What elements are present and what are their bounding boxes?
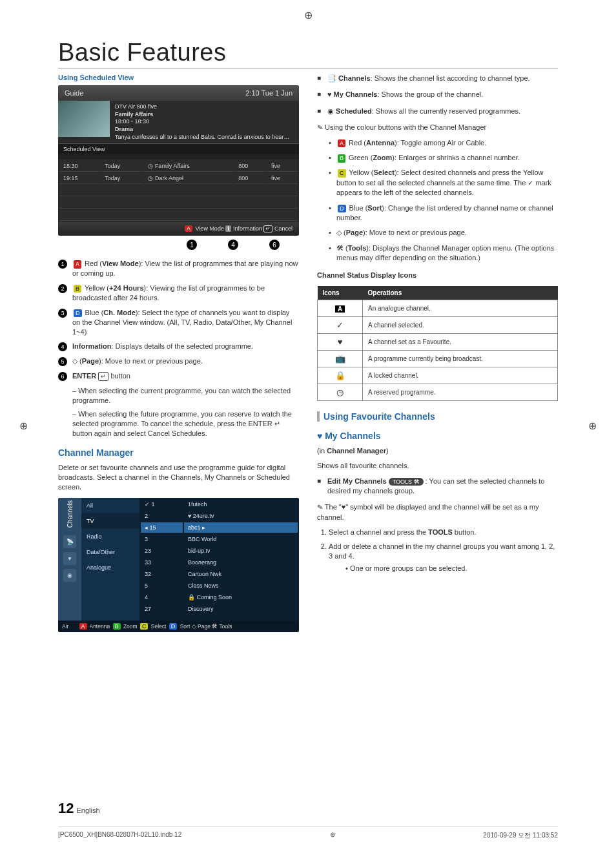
cat-analogue: Analogue [81, 560, 139, 575]
guide-title: Guide [65, 89, 83, 97]
num-item-4: Information: Displays details of the sel… [72, 342, 253, 351]
guide-genre: Drama [115, 126, 133, 132]
page-title: Basic Features [58, 39, 558, 68]
num-item-3: D Blue (Ch. Mode): Select the type of ch… [72, 308, 299, 337]
step-2: Add or delete a channel in the my channe… [329, 542, 558, 574]
heart-icon: ♥ [63, 552, 76, 565]
num-item-5: ◇ (Page): Move to next or previous page. [72, 356, 203, 366]
cb-tools: 🛠 (Tools): Displays the Channel Manager … [329, 243, 558, 263]
sub-item: When selecting the current programme, yo… [72, 386, 299, 406]
footer-timestamp: 2010-09-29 오전 11:03:52 [483, 831, 558, 840]
cat-radio: Radio [81, 529, 139, 544]
page-number: 12English [58, 800, 100, 817]
guide-channel: DTV Air 800 five [115, 103, 289, 111]
channels-desc: 📑 Channels: Shows the channel list accor… [317, 74, 558, 83]
mych-sub2: Shows all favourite channels. [317, 461, 558, 471]
channel-manager-panel: Channels 📡 ♥ ◉ All TV Radio Data/Other A… [58, 498, 299, 632]
cb-red: A Red (Antenna): Toggle among Air or Cab… [329, 138, 558, 148]
footer-reg-icon: ⊕ [330, 831, 335, 840]
cb-yellow: C Yellow (Select): Select desired channe… [329, 168, 558, 198]
scheduled-icon: ◉ [63, 569, 76, 582]
heart-note: ✎ The "♥" symbol will be displayed and t… [317, 502, 558, 522]
favourite-channels-heading: Using Favourite Channels [317, 411, 558, 422]
num-item-6: ENTER ↵ button [72, 371, 130, 381]
colour-buttons-note: ✎ Using the colour buttons with the Chan… [317, 123, 558, 132]
registration-left: ⊕ [19, 420, 28, 432]
schedule-table: 18:30 Today ◷ Family Affairs 800 five 19… [58, 159, 299, 222]
channel-manager-desc: Delete or set favourite channels and use… [58, 463, 299, 493]
num-item-2: B Yellow (+24 Hours): Viewing the list o… [72, 283, 299, 303]
footer-file: [PC6500_XH]BN68-02807H-02L10.indb 12 [58, 831, 181, 840]
schedule-row: 19:15 Today ◷ Dark Angel 800 five [59, 173, 298, 184]
num-item-1: A Red (View Mode): View the list of prog… [72, 259, 299, 278]
guide-time: 18:00 - 18:30 [115, 118, 289, 126]
mychannels-desc: ♥ My Channels: Shows the group of the ch… [317, 90, 558, 99]
callout-4: 4 [228, 240, 238, 250]
edit-my-channels: Edit My Channels TOOLS 🛠 : You can set t… [317, 477, 558, 497]
mych-sub1: (in Channel Manager) [317, 446, 558, 456]
channel-manager-heading: Channel Manager [58, 447, 299, 458]
schedule-row: 18:30 Today ◷ Family Affairs 800 five [59, 161, 298, 172]
step-sub: One or more groups can be selected. [345, 564, 558, 573]
section-scheduled-view: Using Scheduled View [58, 74, 299, 81]
cat-all: All [81, 498, 139, 513]
guide-thumbnail [58, 101, 110, 137]
my-channels-heading: ♥ My Channels [317, 431, 558, 441]
registration-right: ⊕ [588, 420, 597, 432]
guide-clock: 2:10 Tue 1 Jun [245, 89, 293, 97]
cat-tv: TV [81, 513, 139, 529]
chmgr-footer-left: Air [62, 623, 68, 630]
scheduled-view-tab: Scheduled View [58, 143, 299, 154]
guide-programme: Family Affairs [115, 111, 153, 118]
callout-1: 1 [187, 240, 197, 250]
status-table: IconsOperations AAn analogue channel. ✓A… [317, 286, 558, 401]
cb-page: ◇ (Page): Move to next or previous page. [329, 228, 558, 238]
callout-6: 6 [269, 240, 280, 250]
cb-blue: D Blue (Sort): Change the list ordered b… [329, 203, 558, 223]
scheduled-desc: ◉ Scheduled: Shows all the currently res… [317, 107, 558, 116]
channels-side-label: Channels [67, 500, 74, 528]
step-1: Select a channel and press the TOOLS but… [329, 528, 558, 537]
registration-top: ⊕ [304, 9, 313, 21]
status-icons-heading: Channel Status Display Icons [317, 271, 558, 280]
cat-dataother: Data/Other [81, 544, 139, 560]
guide-description: Tanya confesses all to a stunned Babs. C… [115, 134, 289, 141]
sub-item: When selecting the future programme, you… [72, 409, 299, 438]
antenna-icon: 📡 [63, 535, 76, 548]
cb-green: B Green (Zoom): Enlarges or shrinks a ch… [329, 153, 558, 163]
guide-panel: Guide 2:10 Tue 1 Jun DTV Air 800 five Fa… [58, 85, 299, 236]
guide-footer: A View Mode ℹ Information ↵ Cancel [58, 222, 299, 236]
